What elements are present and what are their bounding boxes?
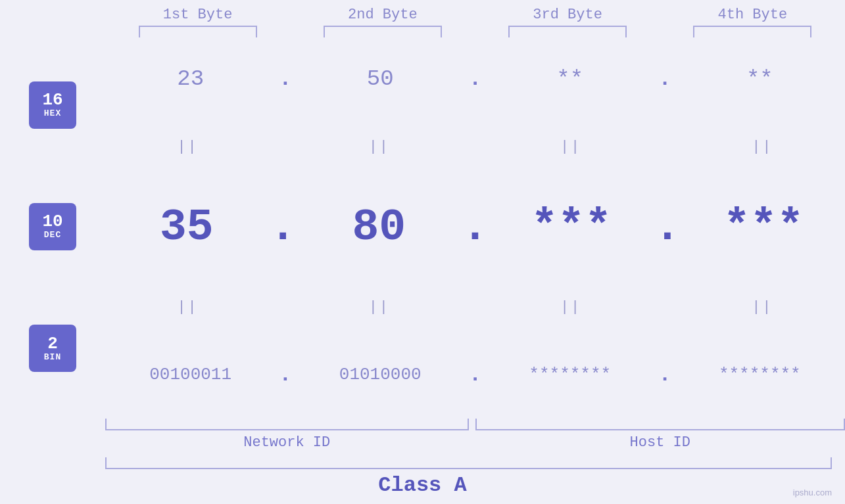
hex-b3-cell: ** (485, 66, 655, 91)
bracket-bottom-row (105, 419, 845, 430)
network-bracket-bottom (105, 419, 469, 430)
content-area: 16 HEX 10 DEC 2 BIN 23 . (0, 37, 845, 416)
dec-dot3-icon: . (654, 202, 681, 252)
dec-dot2: . (460, 202, 490, 252)
sep1-b4: || (680, 139, 845, 155)
bin-b4-cell: ******** (675, 365, 845, 384)
host-bracket-bottom (475, 419, 846, 430)
dec-b1-cell: 35 (105, 202, 268, 252)
sep1-b2-bar: || (369, 139, 390, 155)
byte2-header-col: 2nd Byte (290, 7, 475, 37)
bin-b3-cell: ******** (485, 365, 655, 384)
hex-b2-value: 50 (367, 66, 394, 91)
host-id-label: Host ID (475, 434, 846, 451)
class-label: Class A (378, 473, 466, 497)
sep2-b2-bar: || (369, 299, 390, 315)
dec-badge-num: 10 (42, 213, 62, 230)
byte4-label: 4th Byte (718, 7, 788, 23)
hex-row: 23 . 50 . ** . ** (105, 66, 845, 91)
class-bracket (105, 457, 832, 469)
byte1-header-col: 1st Byte (105, 7, 290, 37)
byte2-bracket-top (324, 26, 442, 37)
class-bracket-row (0, 457, 845, 469)
bin-badge-num: 2 (47, 335, 58, 352)
bin-dot3: . (655, 363, 674, 387)
network-id-label: Network ID (105, 434, 469, 451)
dec-b3-cell: *** (490, 202, 653, 252)
bin-badge-sub: BIN (44, 352, 61, 362)
hex-b4-cell: ** (675, 66, 845, 91)
sep2-b2: || (297, 299, 462, 315)
hex-dot2: . (466, 67, 485, 91)
hex-badge: 16 HEX (29, 81, 76, 129)
dec-b4-cell: *** (682, 202, 845, 252)
dec-dot3: . (653, 202, 683, 252)
dec-b3-value: *** (531, 202, 612, 252)
sep1-b3: || (489, 139, 654, 155)
dec-b2-value: 80 (352, 202, 406, 252)
dec-b1-value: 35 (160, 202, 214, 252)
sep1-b2: || (297, 139, 462, 155)
bottom-area: Network ID Host ID (0, 419, 845, 451)
dec-dot1: . (268, 202, 298, 252)
hex-badge-sub: HEX (44, 108, 61, 118)
hex-dot2-icon: . (469, 67, 481, 91)
bin-row: 00100011 . 01010000 . ******** . (105, 363, 845, 387)
class-label-row: Class A ipshu.com (0, 473, 845, 497)
dec-badge: 10 DEC (29, 203, 76, 250)
hex-b2-cell: 50 (295, 66, 466, 91)
bin-b1-cell: 00100011 (105, 365, 276, 384)
bin-dot2: . (466, 363, 485, 387)
badge-col: 16 HEX 10 DEC 2 BIN (0, 37, 105, 416)
bin-badge: 2 BIN (29, 325, 76, 372)
bin-b4-value: ******** (719, 365, 801, 384)
sep1-row: || || || || (105, 137, 845, 156)
byte1-bracket-top (139, 26, 257, 37)
bin-b2-value: 01010000 (339, 365, 422, 384)
byte2-label: 2nd Byte (348, 7, 418, 23)
hex-dot3-icon: . (658, 67, 671, 91)
byte3-header-col: 3rd Byte (475, 7, 660, 37)
dec-row: 35 . 80 . *** . *** (105, 202, 845, 252)
hex-dot1: . (276, 67, 295, 91)
bin-dot3-icon: . (658, 363, 671, 387)
hex-badge-num: 16 (42, 91, 62, 108)
byte-headers: 1st Byte 2nd Byte 3rd Byte 4th Byte (0, 7, 845, 37)
byte3-label: 3rd Byte (533, 7, 602, 23)
hex-b4-value: ** (746, 66, 773, 91)
sep2-b1: || (105, 299, 270, 315)
hex-dot3: . (655, 67, 674, 91)
bin-dot1-icon: . (279, 363, 291, 387)
dec-dot1-icon: . (270, 202, 297, 252)
sep2-row: || || || || (105, 298, 845, 317)
sep1-b1: || (105, 139, 270, 155)
bin-dot1: . (276, 363, 295, 387)
hex-b1-cell: 23 (105, 66, 276, 91)
byte4-bracket-top (693, 26, 811, 37)
sep1-b4-bar: || (752, 139, 773, 155)
rows-area: 23 . 50 . ** . ** (105, 37, 845, 416)
sep2-b4-bar: || (752, 299, 773, 315)
sep1-b3-bar: || (560, 139, 581, 155)
dec-badge-sub: DEC (44, 230, 61, 240)
bin-b1-value: 00100011 (149, 365, 231, 384)
bin-dot2-icon: . (469, 363, 481, 387)
dec-dot2-icon: . (462, 202, 489, 252)
bin-b3-value: ******** (529, 365, 611, 384)
byte3-bracket-top (508, 26, 627, 37)
sep2-b4: || (680, 299, 845, 315)
bin-b2-cell: 01010000 (295, 365, 466, 384)
sep2-b3-bar: || (560, 299, 581, 315)
watermark: ipshu.com (793, 488, 832, 497)
byte4-header-col: 4th Byte (660, 7, 845, 37)
dec-b2-cell: 80 (297, 202, 460, 252)
dec-b4-value: *** (723, 202, 804, 252)
sep2-b3: || (489, 299, 654, 315)
main-container: 1st Byte 2nd Byte 3rd Byte 4th Byte 16 H… (0, 0, 845, 504)
byte1-label: 1st Byte (163, 7, 233, 23)
id-label-row: Network ID Host ID (105, 434, 845, 451)
sep2-b1-bar: || (177, 299, 198, 315)
hex-b1-value: 23 (177, 66, 204, 91)
sep1-b1-bar: || (177, 139, 198, 155)
hex-b3-value: ** (556, 66, 583, 91)
